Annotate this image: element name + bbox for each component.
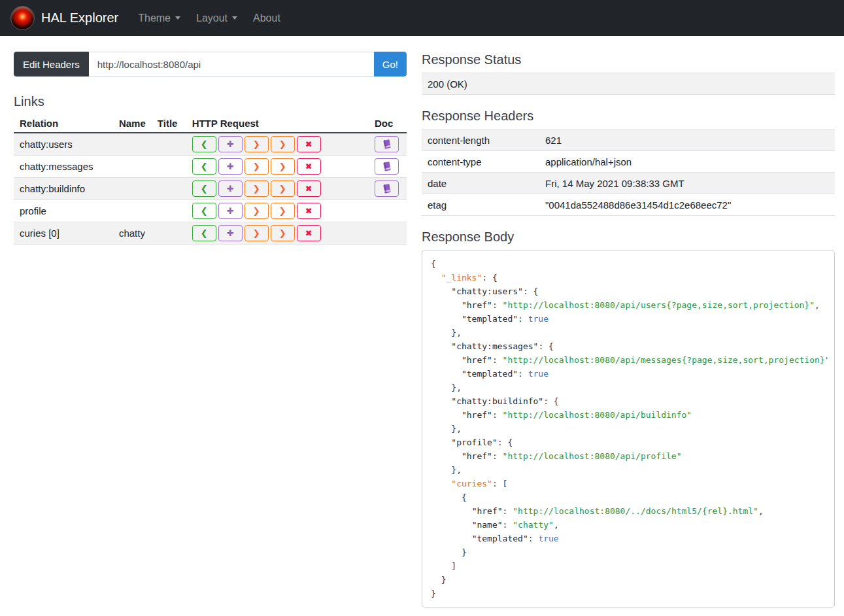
delete-button[interactable]: ✖ bbox=[297, 158, 321, 175]
doc-cell bbox=[369, 200, 407, 222]
main-content: Edit Headers Go! Links Relation Name Tit… bbox=[0, 36, 844, 607]
delete-button[interactable]: ✖ bbox=[297, 180, 321, 197]
links-table: Relation Name Title HTTP Request Doc cha… bbox=[14, 114, 407, 245]
doc-button[interactable] bbox=[375, 158, 399, 175]
title-cell bbox=[152, 222, 186, 245]
column-header-title: Title bbox=[152, 114, 186, 133]
table-row: chatty:users❮✚❯❯✖ bbox=[14, 133, 407, 156]
links-table-header-row: Relation Name Title HTTP Request Doc bbox=[14, 114, 407, 133]
code-line: "templated": true bbox=[431, 312, 828, 326]
chevron-down-icon bbox=[232, 16, 237, 20]
name-cell bbox=[113, 178, 152, 200]
delete-button[interactable]: ✖ bbox=[297, 136, 321, 152]
header-row: etag"0041da552488d86e31454d1c2e68eec72" bbox=[422, 194, 835, 216]
title-cell bbox=[152, 178, 186, 200]
layout-menu[interactable]: Layout bbox=[188, 7, 245, 29]
go-button[interactable]: Go! bbox=[374, 52, 407, 77]
name-cell bbox=[113, 133, 152, 156]
header-name: date bbox=[422, 173, 539, 194]
patch-button[interactable]: ❯ bbox=[271, 158, 295, 175]
put-button[interactable]: ❯ bbox=[245, 225, 269, 241]
http-request-cell: ❮✚❯❯✖ bbox=[186, 200, 369, 222]
response-body-box: { "_links": { "chatty:users": { "href": … bbox=[422, 250, 835, 607]
http-request-cell: ❮✚❯❯✖ bbox=[186, 222, 369, 245]
doc-button[interactable] bbox=[375, 180, 399, 197]
header-row: dateFri, 14 May 2021 09:38:33 GMT bbox=[422, 173, 835, 194]
patch-button[interactable]: ❯ bbox=[271, 203, 295, 219]
patch-button[interactable]: ❯ bbox=[271, 136, 295, 152]
column-header-http-request: HTTP Request bbox=[186, 114, 369, 133]
code-line: "chatty:messages": { bbox=[431, 339, 828, 353]
put-button[interactable]: ❯ bbox=[245, 203, 269, 219]
put-button[interactable]: ❯ bbox=[245, 158, 269, 175]
doc-cell bbox=[369, 133, 407, 156]
patch-button[interactable]: ❯ bbox=[271, 225, 295, 241]
title-cell bbox=[152, 133, 186, 156]
patch-button[interactable]: ❯ bbox=[271, 180, 295, 197]
doc-cell bbox=[369, 156, 407, 178]
chevron-down-icon bbox=[175, 16, 180, 20]
http-request-cell: ❮✚❯❯✖ bbox=[186, 178, 369, 200]
header-name: content-type bbox=[422, 151, 539, 173]
code-line: { bbox=[431, 490, 828, 504]
doc-cell bbox=[369, 178, 407, 200]
code-line: }, bbox=[431, 326, 828, 339]
put-button[interactable]: ❯ bbox=[245, 180, 269, 197]
status-value: 200 (OK) bbox=[422, 73, 835, 95]
response-headers-body: content-length621content-typeapplication… bbox=[422, 129, 835, 216]
doc-button[interactable] bbox=[375, 136, 399, 152]
http-request-cell: ❮✚❯❯✖ bbox=[186, 133, 369, 156]
code-line: "href": "http://localhost:8080/api/profi… bbox=[431, 449, 828, 463]
app-title: HAL Explorer bbox=[41, 10, 118, 26]
delete-button[interactable]: ✖ bbox=[297, 203, 321, 219]
title-cell bbox=[152, 156, 186, 178]
code-line: "chatty:users": { bbox=[431, 284, 828, 298]
get-button[interactable]: ❮ bbox=[192, 180, 216, 197]
post-button[interactable]: ✚ bbox=[218, 225, 243, 241]
response-panel: Response Status 200 (OK) Response Header… bbox=[422, 52, 835, 607]
relation-cell: chatty:messages bbox=[14, 156, 113, 178]
get-button[interactable]: ❮ bbox=[192, 203, 216, 219]
header-value: 621 bbox=[539, 129, 835, 151]
about-link[interactable]: About bbox=[245, 7, 288, 29]
theme-menu[interactable]: Theme bbox=[130, 7, 188, 29]
code-line: }, bbox=[431, 381, 828, 394]
relation-cell: profile bbox=[14, 200, 113, 222]
get-button[interactable]: ❮ bbox=[192, 136, 216, 152]
post-button[interactable]: ✚ bbox=[218, 203, 243, 219]
name-cell bbox=[113, 200, 152, 222]
code-line: } bbox=[431, 573, 828, 587]
links-title: Links bbox=[14, 94, 407, 109]
layout-menu-label: Layout bbox=[196, 12, 228, 24]
post-button[interactable]: ✚ bbox=[218, 136, 243, 152]
delete-button[interactable]: ✖ bbox=[297, 225, 321, 241]
post-button[interactable]: ✚ bbox=[218, 158, 243, 175]
get-button[interactable]: ❮ bbox=[192, 158, 216, 175]
header-value: Fri, 14 May 2021 09:38:33 GMT bbox=[539, 173, 835, 194]
code-line: "href": "http://localhost:8080/api/users… bbox=[431, 298, 828, 312]
edit-headers-button[interactable]: Edit Headers bbox=[14, 52, 89, 77]
relation-cell: curies [0] bbox=[14, 222, 113, 245]
code-line: "profile": { bbox=[431, 436, 828, 449]
navbar: HAL Explorer Theme Layout About bbox=[0, 0, 844, 36]
response-status-table: 200 (OK) bbox=[422, 73, 835, 95]
about-link-label: About bbox=[253, 12, 280, 24]
code-line: "templated": true bbox=[431, 532, 828, 545]
code-line: ] bbox=[431, 559, 828, 573]
code-line: "templated": true bbox=[431, 367, 828, 381]
code-line: } bbox=[431, 545, 828, 559]
response-body-title: Response Body bbox=[422, 229, 835, 245]
post-button[interactable]: ✚ bbox=[218, 180, 243, 197]
status-row: 200 (OK) bbox=[422, 73, 835, 95]
code-line: "_links": { bbox=[431, 271, 828, 284]
relation-cell: chatty:users bbox=[14, 133, 113, 156]
put-button[interactable]: ❯ bbox=[245, 136, 269, 152]
response-status-title: Response Status bbox=[422, 52, 835, 67]
code-line: "href": "http://localhost:8080/../docs/h… bbox=[431, 504, 828, 518]
code-line: "href": "http://localhost:8080/api/build… bbox=[431, 408, 828, 422]
relation-cell: chatty:buildinfo bbox=[14, 178, 113, 200]
column-header-name: Name bbox=[113, 114, 152, 133]
get-button[interactable]: ❮ bbox=[192, 225, 216, 241]
url-input[interactable] bbox=[89, 52, 374, 77]
links-table-body: chatty:users❮✚❯❯✖chatty:messages❮✚❯❯✖cha… bbox=[14, 133, 407, 245]
